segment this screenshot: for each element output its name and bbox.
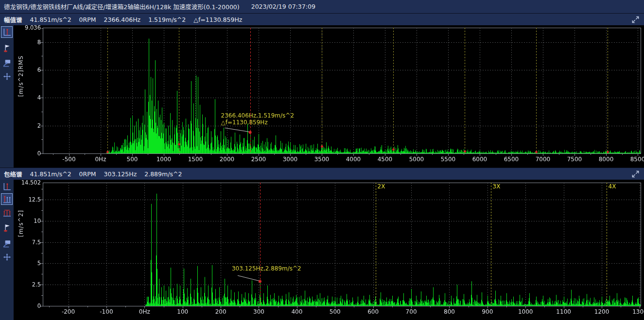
cursor-frequency-value: 303.125Hz	[104, 170, 137, 178]
x-tick-label: 600	[359, 308, 388, 315]
cursor-annotation-line2: △f=1130.859Hz	[221, 119, 294, 126]
x-tick-label: 3000	[276, 156, 305, 163]
flag-tool-button[interactable]	[1, 222, 12, 233]
x-tick-label: 1300	[625, 308, 644, 315]
x-tick-label: 1200	[587, 308, 616, 315]
amplitude-spectrum-panel: 9.036 [m/s^2]RMS 2366.406Hz,1.519m/s^2 △…	[0, 25, 644, 168]
y-tick-label: 7.5	[15, 239, 41, 246]
spectrum-type-label: 包络谱	[4, 169, 22, 179]
y-axis-title: [m/s^2]RMS	[17, 55, 24, 97]
harmonic-cursor-icon	[2, 195, 12, 204]
x-tick-label: 0Hz	[130, 308, 159, 315]
x-tick-label: 2500	[244, 156, 273, 163]
x-tick-label: 7500	[560, 156, 589, 163]
move-icon	[2, 72, 12, 81]
title-bar: 德龙钢铁/德龙钢铁线材厂A线/减定径/增速箱2轴输出6H/128k 加速度波形(…	[0, 0, 644, 13]
fullscreen-icon[interactable]	[631, 16, 640, 24]
x-tick-label: 200	[206, 308, 235, 315]
x-tick-label: 6000	[465, 156, 494, 163]
x-tick-label: 1000	[511, 308, 540, 315]
y-tick-label: 4	[15, 94, 41, 101]
single-cursor-tool-button[interactable]	[1, 181, 12, 192]
single-cursor-icon	[2, 182, 12, 191]
auto-scale-tool-button[interactable]	[1, 238, 12, 249]
harmonic-order-label: 2X	[378, 183, 385, 190]
pan-tool-button[interactable]	[1, 252, 12, 262]
cursor-annotation-line1: 2366.406Hz,1.519m/s^2	[221, 112, 294, 119]
x-tick-label: 1000	[149, 156, 178, 163]
harmonic-order-label: 4X	[609, 183, 616, 190]
move-icon	[2, 253, 12, 262]
x-tick-label: 8500	[623, 156, 644, 163]
x-tick-label: 0Hz	[86, 156, 115, 163]
x-tick-label: 100	[168, 308, 197, 315]
auto-scale-icon	[2, 58, 12, 67]
cursor-amplitude-value: 2.889m/s^2	[144, 170, 182, 178]
x-tick-label: 5500	[434, 156, 463, 163]
envelope-spectrum-panel: 14.502 [m/s^2] 303.125Hz,2.889m/s^2 2X3X…	[0, 180, 644, 320]
x-tick-label: 400	[282, 308, 312, 315]
envelope-spectrum-canvas[interactable]	[0, 180, 644, 320]
measurement-point-path: 德龙钢铁/德龙钢铁线材厂A线/减定径/增速箱2轴输出6H/128k 加速度波形(…	[4, 2, 240, 11]
rpm-value: 0RPM	[79, 16, 96, 23]
auto-scale-tool-button[interactable]	[1, 57, 12, 68]
harmonic-order-label: 3X	[493, 183, 501, 190]
y-tick-label: 10	[15, 218, 41, 224]
cursor-frequency-value: 2366.406Hz	[104, 16, 141, 23]
y-tick-label: 2	[15, 122, 41, 129]
y-tick-label: 6	[15, 67, 41, 73]
y-tick-label: 12.5	[15, 196, 41, 203]
y-tick-label: 8	[15, 39, 41, 46]
cursor-amplitude-value: 1.519m/s^2	[148, 16, 186, 23]
cursor-annotation: 303.125Hz,2.889m/s^2	[232, 265, 301, 272]
rpm-value: 0RPM	[79, 170, 96, 178]
flag-icon	[2, 44, 12, 53]
flag-tool-button[interactable]	[1, 43, 12, 53]
cursor-annotation-line1: 303.125Hz,2.889m/s^2	[232, 265, 301, 272]
y-tick-label: 5	[15, 260, 41, 267]
overall-rms-value: 41.851m/s^2	[30, 170, 71, 178]
x-tick-label: 500	[118, 156, 147, 163]
fullscreen-icon[interactable]	[631, 170, 640, 178]
x-tick-label: 4000	[339, 156, 368, 163]
y-tick-label: 0	[15, 150, 41, 157]
x-tick-label: 3500	[307, 156, 336, 163]
x-tick-label: 900	[473, 308, 502, 315]
harmonic-cursor-tool-button[interactable]	[1, 194, 12, 204]
sideband-cursor-icon	[2, 208, 12, 218]
amplitude-spectrum-header: 幅值谱 41.851m/s^2 0RPM 2366.406Hz 1.519m/s…	[0, 13, 644, 25]
x-tick-label: 4500	[370, 156, 400, 163]
x-tick-label: 6500	[497, 156, 526, 163]
cursor-annotation: 2366.406Hz,1.519m/s^2 △f=1130.859Hz	[221, 112, 294, 126]
single-cursor-icon	[2, 28, 12, 37]
x-tick-label: 2000	[212, 156, 242, 163]
flag-icon	[2, 223, 12, 233]
amplitude-spectrum-canvas[interactable]	[0, 25, 644, 168]
y-tick-label: 2.5	[15, 281, 41, 288]
pan-tool-button[interactable]	[1, 71, 12, 82]
x-tick-label: 7000	[528, 156, 557, 163]
amplitude-tool-sidebar	[0, 25, 14, 168]
x-tick-label: 5000	[402, 156, 431, 163]
x-tick-label: 1100	[549, 308, 578, 315]
x-tick-label: 500	[320, 308, 349, 315]
x-tick-label: 800	[435, 308, 464, 315]
x-tick-label: 700	[397, 308, 426, 315]
measurement-datetime: 2023/02/19 07:37:09	[251, 3, 315, 10]
envelope-tool-sidebar	[0, 180, 14, 320]
x-tick-label: 8000	[592, 156, 621, 163]
y-tick-label: 0	[15, 303, 41, 309]
spectrum-type-label: 幅值谱	[4, 15, 22, 24]
envelope-spectrum-header: 包络谱 41.851m/s^2 0RPM 303.125Hz 2.889m/s^…	[0, 168, 644, 180]
auto-scale-icon	[2, 239, 12, 248]
overall-rms-value: 41.851m/s^2	[30, 16, 71, 23]
x-tick-label: -200	[54, 308, 83, 315]
x-tick-label: 300	[244, 308, 273, 315]
x-tick-label: -500	[54, 156, 84, 163]
y-axis-max-label: 14.502	[15, 179, 41, 186]
single-cursor-tool-button[interactable]	[1, 27, 12, 37]
y-axis-max-label: 9.036	[15, 24, 41, 31]
x-tick-label: 1500	[181, 156, 210, 163]
delta-frequency-value: △f=1130.859Hz	[193, 16, 242, 23]
sideband-cursor-tool-button[interactable]	[1, 207, 12, 218]
